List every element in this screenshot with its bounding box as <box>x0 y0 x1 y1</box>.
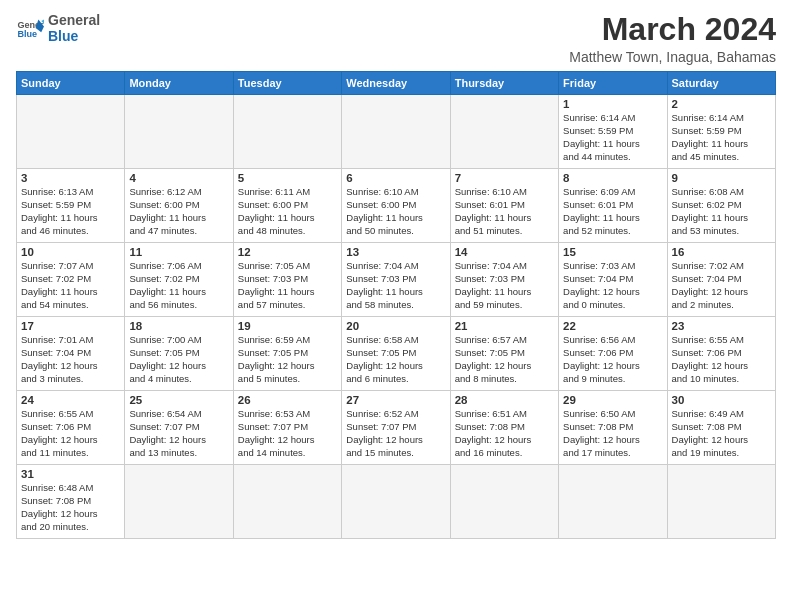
day-info: Sunrise: 7:06 AM Sunset: 7:02 PM Dayligh… <box>129 260 228 311</box>
day-info: Sunrise: 6:53 AM Sunset: 7:07 PM Dayligh… <box>238 408 337 459</box>
day-number: 7 <box>455 172 554 184</box>
day-number: 16 <box>672 246 771 258</box>
day-number: 5 <box>238 172 337 184</box>
day-info: Sunrise: 6:55 AM Sunset: 7:06 PM Dayligh… <box>21 408 120 459</box>
week-row-6: 31Sunrise: 6:48 AM Sunset: 7:08 PM Dayli… <box>17 465 776 539</box>
calendar-cell <box>125 465 233 539</box>
day-info: Sunrise: 7:07 AM Sunset: 7:02 PM Dayligh… <box>21 260 120 311</box>
day-number: 12 <box>238 246 337 258</box>
week-row-4: 17Sunrise: 7:01 AM Sunset: 7:04 PM Dayli… <box>17 317 776 391</box>
calendar-cell: 22Sunrise: 6:56 AM Sunset: 7:06 PM Dayli… <box>559 317 667 391</box>
calendar-cell: 14Sunrise: 7:04 AM Sunset: 7:03 PM Dayli… <box>450 243 558 317</box>
logo-blue: Blue <box>48 28 100 44</box>
day-info: Sunrise: 6:12 AM Sunset: 6:00 PM Dayligh… <box>129 186 228 237</box>
day-info: Sunrise: 6:58 AM Sunset: 7:05 PM Dayligh… <box>346 334 445 385</box>
calendar-cell: 3Sunrise: 6:13 AM Sunset: 5:59 PM Daylig… <box>17 169 125 243</box>
day-info: Sunrise: 6:10 AM Sunset: 6:01 PM Dayligh… <box>455 186 554 237</box>
day-info: Sunrise: 6:59 AM Sunset: 7:05 PM Dayligh… <box>238 334 337 385</box>
day-number: 30 <box>672 394 771 406</box>
day-info: Sunrise: 6:09 AM Sunset: 6:01 PM Dayligh… <box>563 186 662 237</box>
calendar-cell: 10Sunrise: 7:07 AM Sunset: 7:02 PM Dayli… <box>17 243 125 317</box>
day-info: Sunrise: 7:00 AM Sunset: 7:05 PM Dayligh… <box>129 334 228 385</box>
day-info: Sunrise: 6:50 AM Sunset: 7:08 PM Dayligh… <box>563 408 662 459</box>
day-number: 10 <box>21 246 120 258</box>
day-info: Sunrise: 6:14 AM Sunset: 5:59 PM Dayligh… <box>672 112 771 163</box>
calendar-cell: 16Sunrise: 7:02 AM Sunset: 7:04 PM Dayli… <box>667 243 775 317</box>
title-block: March 2024 Matthew Town, Inagua, Bahamas <box>569 12 776 65</box>
calendar-cell: 11Sunrise: 7:06 AM Sunset: 7:02 PM Dayli… <box>125 243 233 317</box>
day-number: 1 <box>563 98 662 110</box>
calendar-cell <box>233 95 341 169</box>
day-number: 22 <box>563 320 662 332</box>
calendar-cell <box>342 465 450 539</box>
weekday-header-friday: Friday <box>559 72 667 95</box>
week-row-2: 3Sunrise: 6:13 AM Sunset: 5:59 PM Daylig… <box>17 169 776 243</box>
day-number: 21 <box>455 320 554 332</box>
header: General Blue General Blue March 2024 Mat… <box>16 12 776 65</box>
weekday-header-monday: Monday <box>125 72 233 95</box>
calendar-cell <box>342 95 450 169</box>
calendar-header: SundayMondayTuesdayWednesdayThursdayFrid… <box>17 72 776 95</box>
day-info: Sunrise: 6:56 AM Sunset: 7:06 PM Dayligh… <box>563 334 662 385</box>
calendar-cell: 28Sunrise: 6:51 AM Sunset: 7:08 PM Dayli… <box>450 391 558 465</box>
logo-general: General <box>48 12 100 28</box>
logo-icon: General Blue <box>16 14 44 42</box>
calendar-cell: 6Sunrise: 6:10 AM Sunset: 6:00 PM Daylig… <box>342 169 450 243</box>
calendar-cell: 9Sunrise: 6:08 AM Sunset: 6:02 PM Daylig… <box>667 169 775 243</box>
calendar-cell: 26Sunrise: 6:53 AM Sunset: 7:07 PM Dayli… <box>233 391 341 465</box>
calendar-body: 1Sunrise: 6:14 AM Sunset: 5:59 PM Daylig… <box>17 95 776 539</box>
day-number: 9 <box>672 172 771 184</box>
day-info: Sunrise: 6:10 AM Sunset: 6:00 PM Dayligh… <box>346 186 445 237</box>
day-info: Sunrise: 6:49 AM Sunset: 7:08 PM Dayligh… <box>672 408 771 459</box>
week-row-5: 24Sunrise: 6:55 AM Sunset: 7:06 PM Dayli… <box>17 391 776 465</box>
day-info: Sunrise: 6:54 AM Sunset: 7:07 PM Dayligh… <box>129 408 228 459</box>
calendar-cell: 20Sunrise: 6:58 AM Sunset: 7:05 PM Dayli… <box>342 317 450 391</box>
calendar-cell <box>125 95 233 169</box>
main-title: March 2024 <box>569 12 776 47</box>
calendar-cell: 1Sunrise: 6:14 AM Sunset: 5:59 PM Daylig… <box>559 95 667 169</box>
day-number: 6 <box>346 172 445 184</box>
calendar-cell: 31Sunrise: 6:48 AM Sunset: 7:08 PM Dayli… <box>17 465 125 539</box>
day-info: Sunrise: 7:04 AM Sunset: 7:03 PM Dayligh… <box>455 260 554 311</box>
calendar-cell <box>667 465 775 539</box>
day-number: 14 <box>455 246 554 258</box>
day-number: 8 <box>563 172 662 184</box>
calendar-cell: 19Sunrise: 6:59 AM Sunset: 7:05 PM Dayli… <box>233 317 341 391</box>
calendar-cell: 17Sunrise: 7:01 AM Sunset: 7:04 PM Dayli… <box>17 317 125 391</box>
day-number: 19 <box>238 320 337 332</box>
calendar-cell <box>450 95 558 169</box>
calendar-cell: 2Sunrise: 6:14 AM Sunset: 5:59 PM Daylig… <box>667 95 775 169</box>
calendar-cell: 15Sunrise: 7:03 AM Sunset: 7:04 PM Dayli… <box>559 243 667 317</box>
weekday-header-tuesday: Tuesday <box>233 72 341 95</box>
weekday-header-saturday: Saturday <box>667 72 775 95</box>
calendar-cell: 21Sunrise: 6:57 AM Sunset: 7:05 PM Dayli… <box>450 317 558 391</box>
weekday-header-wednesday: Wednesday <box>342 72 450 95</box>
day-number: 24 <box>21 394 120 406</box>
weekday-header-sunday: Sunday <box>17 72 125 95</box>
day-info: Sunrise: 6:13 AM Sunset: 5:59 PM Dayligh… <box>21 186 120 237</box>
calendar-cell: 18Sunrise: 7:00 AM Sunset: 7:05 PM Dayli… <box>125 317 233 391</box>
week-row-3: 10Sunrise: 7:07 AM Sunset: 7:02 PM Dayli… <box>17 243 776 317</box>
day-number: 2 <box>672 98 771 110</box>
calendar-cell: 27Sunrise: 6:52 AM Sunset: 7:07 PM Dayli… <box>342 391 450 465</box>
calendar-cell <box>233 465 341 539</box>
day-number: 28 <box>455 394 554 406</box>
calendar-cell: 4Sunrise: 6:12 AM Sunset: 6:00 PM Daylig… <box>125 169 233 243</box>
subtitle: Matthew Town, Inagua, Bahamas <box>569 49 776 65</box>
day-info: Sunrise: 7:03 AM Sunset: 7:04 PM Dayligh… <box>563 260 662 311</box>
calendar-cell <box>559 465 667 539</box>
day-number: 13 <box>346 246 445 258</box>
day-info: Sunrise: 7:02 AM Sunset: 7:04 PM Dayligh… <box>672 260 771 311</box>
day-info: Sunrise: 6:55 AM Sunset: 7:06 PM Dayligh… <box>672 334 771 385</box>
day-info: Sunrise: 6:57 AM Sunset: 7:05 PM Dayligh… <box>455 334 554 385</box>
day-info: Sunrise: 6:48 AM Sunset: 7:08 PM Dayligh… <box>21 482 120 533</box>
day-info: Sunrise: 6:11 AM Sunset: 6:00 PM Dayligh… <box>238 186 337 237</box>
calendar-cell <box>450 465 558 539</box>
calendar-cell <box>17 95 125 169</box>
day-number: 18 <box>129 320 228 332</box>
calendar-cell: 7Sunrise: 6:10 AM Sunset: 6:01 PM Daylig… <box>450 169 558 243</box>
day-number: 3 <box>21 172 120 184</box>
calendar-cell: 24Sunrise: 6:55 AM Sunset: 7:06 PM Dayli… <box>17 391 125 465</box>
calendar-cell: 23Sunrise: 6:55 AM Sunset: 7:06 PM Dayli… <box>667 317 775 391</box>
calendar: SundayMondayTuesdayWednesdayThursdayFrid… <box>16 71 776 539</box>
